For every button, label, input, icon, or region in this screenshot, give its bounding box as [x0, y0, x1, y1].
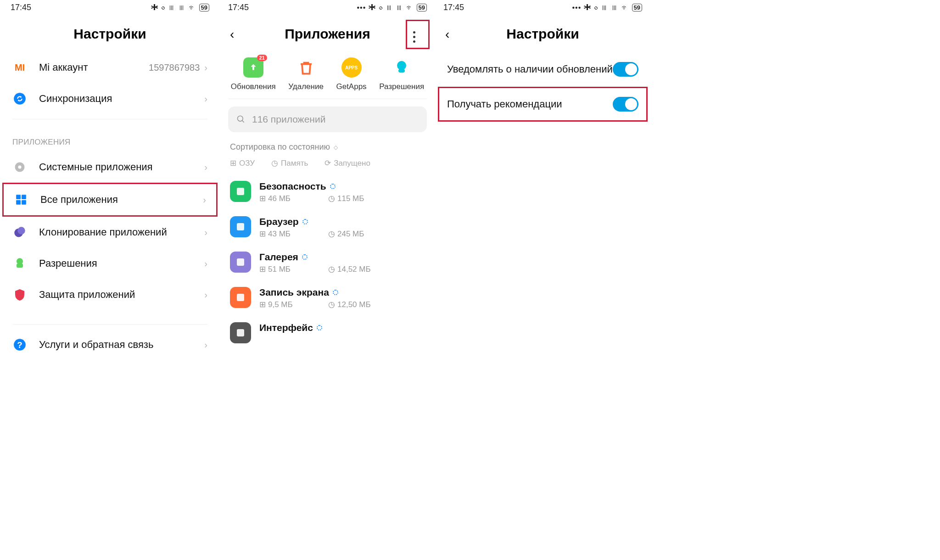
- updates-button[interactable]: 21 Обновления: [231, 57, 276, 91]
- app-storage: ◷ 115 МБ: [328, 194, 364, 203]
- mi-logo-icon: MI: [12, 60, 27, 75]
- chevron-right-icon: ›: [203, 195, 206, 205]
- app-storage: ◷ 12,50 МБ: [328, 300, 371, 309]
- app-row[interactable]: Браузер ⊞ 43 МБ ◷ 245 МБ: [220, 210, 435, 245]
- app-icon: [230, 252, 251, 273]
- status-bar: 17:45 ✱ ⊘ ⫴ ⫴ ᯤ 59: [2, 0, 218, 14]
- chip-icon: ⊞: [259, 264, 266, 274]
- filter-ram[interactable]: ⊞ОЗУ: [230, 158, 255, 168]
- app-row[interactable]: Галерея ⊞ 51 МБ ◷ 14,52 МБ: [220, 245, 435, 280]
- clock-icon: ◷: [328, 194, 335, 203]
- app-row[interactable]: Безопасность ⊞ 46 МБ ◷ 115 МБ: [220, 174, 435, 210]
- sync-row[interactable]: Синхронизация ›: [2, 83, 218, 114]
- updates-badge: 21: [257, 55, 267, 61]
- filter-storage[interactable]: ◷Память: [271, 158, 308, 168]
- svg-rect-6: [22, 200, 26, 205]
- section-apps: ПРИЛОЖЕНИЯ: [2, 124, 218, 151]
- svg-point-13: [397, 61, 406, 70]
- clone-icon: [12, 225, 27, 240]
- svg-rect-5: [16, 200, 21, 205]
- getapps-button[interactable]: APPS GetApps: [336, 57, 366, 91]
- svg-text:?: ?: [17, 340, 22, 350]
- help-row[interactable]: ? Услуги и обратная связь ›: [2, 329, 218, 360]
- svg-rect-3: [16, 195, 21, 199]
- system-apps-row[interactable]: Системные приложения ›: [2, 151, 218, 183]
- app-ram: ⊞ 43 МБ: [259, 229, 328, 239]
- filter-running[interactable]: ⟳Запущено: [325, 158, 370, 168]
- svg-rect-17: [237, 223, 244, 230]
- svg-rect-18: [237, 258, 244, 266]
- app-name: Браузер: [259, 216, 425, 227]
- chevron-right-icon: ›: [204, 340, 207, 350]
- toggle-switch[interactable]: [613, 62, 638, 77]
- chip-icon: ⊞: [259, 194, 266, 203]
- screen-apps-list: 17:45 ••• ✱ ⊘ ⫴ ⫴ ᯤ 59 ‹ Приложения 21 О…: [220, 0, 435, 560]
- svg-rect-16: [237, 188, 244, 195]
- chevron-right-icon: ›: [204, 94, 207, 104]
- notify-updates-row[interactable]: Уведомлять о наличии обновлений: [435, 52, 650, 87]
- screen-settings-main: 17:45 ✱ ⊘ ⫴ ⫴ ᯤ 59 Настройки MI Mi аккау…: [2, 0, 218, 560]
- status-icons: ••• ✱ ⊘ ⫴ ⫴ ᯤ 59: [572, 4, 643, 12]
- app-name: Запись экрана: [259, 287, 425, 298]
- help-icon: ?: [12, 337, 27, 352]
- app-icon: [230, 322, 251, 343]
- chip-icon: ⊞: [259, 300, 266, 309]
- chevron-right-icon: ›: [204, 290, 207, 300]
- loading-icon: [330, 184, 336, 189]
- chevron-right-icon: ›: [204, 227, 207, 238]
- permission-icon: [12, 256, 27, 271]
- app-ram: ⊞ 46 МБ: [259, 194, 328, 203]
- gear-icon: [12, 160, 27, 174]
- status-icons: ••• ✱ ⊘ ⫴ ⫴ ᯤ 59: [357, 4, 427, 12]
- svg-point-8: [17, 227, 25, 234]
- permissions-button[interactable]: Разрешения: [379, 57, 424, 91]
- svg-rect-19: [237, 294, 244, 301]
- app-ram: ⊞ 9,5 МБ: [259, 300, 328, 309]
- back-button[interactable]: ‹: [445, 27, 449, 42]
- upload-icon: 21: [243, 57, 263, 78]
- svg-point-2: [18, 166, 22, 169]
- action-shortcuts: 21 Обновления Удаление APPS GetApps Разр…: [220, 52, 435, 95]
- clock-icon: ◷: [271, 158, 278, 168]
- screen-app-settings: 17:45 ••• ✱ ⊘ ⫴ ⫴ ᯤ 59 ‹ Настройки Уведо…: [435, 0, 650, 560]
- mi-account-row[interactable]: MI Mi аккаунт 1597867983 ›: [2, 52, 218, 83]
- svg-point-0: [14, 93, 26, 105]
- clock-icon: ◷: [328, 229, 335, 239]
- running-icon: ⟳: [325, 158, 331, 168]
- search-icon: [236, 115, 246, 124]
- chevron-right-icon: ›: [204, 258, 207, 269]
- status-time: 17:45: [11, 3, 31, 12]
- shield-icon: [12, 287, 27, 302]
- apps-icon: APPS: [341, 57, 362, 78]
- loading-icon: [333, 290, 338, 295]
- svg-rect-14: [398, 69, 405, 73]
- sync-icon: [12, 91, 27, 106]
- status-time: 17:45: [228, 3, 249, 12]
- app-protect-row[interactable]: Защита приложений ›: [2, 279, 218, 310]
- app-row[interactable]: Интерфейс: [220, 316, 435, 350]
- app-icon: [230, 287, 251, 308]
- app-storage: ◷ 14,52 МБ: [328, 264, 371, 274]
- app-ram: ⊞ 51 МБ: [259, 264, 328, 274]
- app-icon: [230, 181, 251, 202]
- status-bar: 17:45 ••• ✱ ⊘ ⫴ ⫴ ᯤ 59: [435, 0, 650, 14]
- clock-icon: ◷: [328, 300, 335, 309]
- page-title: Настройки: [2, 14, 218, 52]
- permissions-row[interactable]: Разрешения ›: [2, 248, 218, 279]
- svg-point-15: [238, 116, 243, 122]
- back-button[interactable]: ‹: [230, 27, 234, 42]
- all-apps-row[interactable]: Все приложения ›: [2, 183, 218, 217]
- sort-control[interactable]: Сортировка по состоянию ◇: [220, 140, 435, 156]
- delete-button[interactable]: Удаление: [288, 57, 324, 91]
- clone-apps-row[interactable]: Клонирование приложений ›: [2, 217, 218, 248]
- app-storage: ◷ 245 МБ: [328, 229, 364, 239]
- permission-icon: [392, 57, 412, 78]
- search-input[interactable]: 116 приложений: [228, 106, 427, 132]
- svg-rect-10: [17, 263, 23, 268]
- chip-icon: ⊞: [230, 158, 236, 168]
- chip-icon: ⊞: [259, 229, 266, 239]
- grid-icon: [14, 192, 28, 207]
- filter-row: ⊞ОЗУ ◷Память ⟳Запущено: [220, 156, 435, 174]
- app-row[interactable]: Запись экрана ⊞ 9,5 МБ ◷ 12,50 МБ: [220, 280, 435, 316]
- loading-icon: [317, 325, 322, 330]
